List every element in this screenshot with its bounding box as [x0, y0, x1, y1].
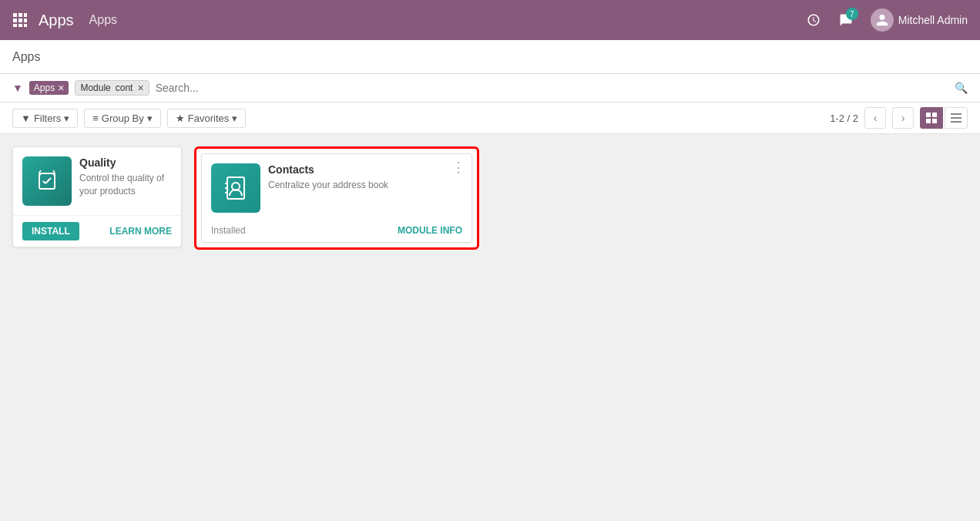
quality-app-icon [22, 156, 72, 206]
svg-rect-10 [932, 113, 937, 117]
breadcrumb-nav[interactable]: Apps [89, 13, 117, 27]
user-name: Mitchell Admin [898, 14, 968, 26]
contacts-app-card: Contacts Centralize your address book ⋮ … [201, 153, 472, 243]
chat-icon-btn[interactable]: 7 [832, 6, 860, 34]
quality-app-card: Quality Control the quality of your prod… [12, 146, 182, 247]
installed-badge: Installed [211, 225, 246, 236]
page-title: Apps [12, 50, 40, 64]
module-filter-close[interactable]: × [137, 82, 143, 93]
svg-line-17 [43, 181, 45, 183]
svg-rect-14 [951, 117, 962, 119]
favorites-button[interactable]: ★ Favorites ▾ [167, 109, 246, 128]
filters-button[interactable]: ▼ Filters ▾ [12, 109, 78, 128]
star-icon: ★ [176, 113, 185, 124]
contacts-card-body: Contacts Centralize your address book ⋮ [202, 154, 472, 219]
group-by-label: Group By [102, 113, 144, 124]
svg-rect-11 [926, 119, 931, 123]
contacts-app-info: Contacts Centralize your address book [268, 163, 462, 192]
user-avatar [871, 8, 894, 32]
module-label: Module [80, 82, 110, 93]
grid-view-button[interactable] [920, 107, 943, 129]
pagination: 1-2 / 2 [830, 113, 858, 124]
svg-rect-1 [18, 13, 22, 17]
module-info-button[interactable]: MODULE INFO [398, 225, 462, 236]
contacts-card-footer: Installed MODULE INFO [202, 219, 472, 242]
svg-rect-13 [951, 113, 962, 115]
filter-icon: ▼ [21, 113, 31, 124]
quality-install-button[interactable]: INSTALL [22, 222, 79, 240]
group-by-button[interactable]: ≡ Group By ▾ [84, 109, 161, 128]
view-toggle [920, 107, 968, 129]
contacts-app-description: Centralize your address book [268, 179, 462, 192]
topnav-right: 7 Mitchell Admin [800, 5, 974, 35]
filters-chevron: ▾ [64, 113, 69, 124]
quality-app-description: Control the quality of your products [79, 172, 172, 198]
page-next-button[interactable]: › [892, 107, 914, 129]
svg-rect-8 [24, 24, 27, 27]
svg-rect-6 [13, 24, 17, 27]
svg-rect-0 [13, 13, 17, 17]
app-title: Apps [39, 12, 74, 29]
quality-card-body: Quality Control the quality of your prod… [13, 147, 181, 215]
clock-icon-btn[interactable] [800, 6, 827, 34]
quality-learn-more-button[interactable]: LEARN MORE [109, 226, 172, 237]
svg-rect-7 [18, 24, 22, 27]
group-by-chevron: ▾ [147, 113, 153, 124]
grid-menu-icon[interactable] [6, 6, 34, 34]
contacts-app-icon [211, 163, 260, 213]
favorites-label: Favorites [188, 113, 229, 124]
filter-bar: ▼ Apps × Module cont × 🔍 [0, 74, 980, 103]
filter-funnel-icon: ▼ [12, 82, 23, 94]
search-end-icon[interactable]: 🔍 [955, 82, 968, 94]
filters-label: Filters [34, 113, 61, 124]
svg-rect-12 [932, 119, 937, 123]
apps-filter-label: Apps [34, 82, 55, 93]
svg-rect-5 [24, 18, 27, 22]
user-menu[interactable]: Mitchell Admin [864, 5, 974, 35]
apps-filter-close[interactable]: × [58, 82, 64, 93]
module-value: cont [116, 82, 133, 93]
main-content: Quality Control the quality of your prod… [0, 134, 980, 262]
svg-line-18 [45, 178, 51, 183]
topnav: Apps Apps 7 Mitchell Admin [0, 0, 980, 40]
contacts-more-icon[interactable]: ⋮ [451, 160, 465, 174]
svg-rect-4 [18, 18, 22, 22]
group-icon: ≡ [92, 113, 99, 124]
quality-app-name: Quality [79, 156, 172, 169]
quality-card-footer: INSTALL LEARN MORE [13, 215, 181, 247]
quality-app-info: Quality Control the quality of your prod… [79, 156, 172, 198]
list-view-button[interactable] [945, 107, 968, 129]
page-prev-button[interactable]: ‹ [864, 107, 886, 129]
search-input[interactable] [156, 82, 948, 94]
module-filter-tag[interactable]: Module cont × [75, 80, 149, 96]
svg-rect-3 [13, 18, 17, 22]
svg-rect-2 [24, 13, 27, 17]
pagination-text: 1-2 / 2 [830, 113, 858, 124]
svg-rect-15 [951, 121, 962, 123]
control-bar: ▼ Filters ▾ ≡ Group By ▾ ★ Favorites ▾ 1… [0, 103, 980, 134]
svg-rect-9 [926, 113, 931, 117]
breadcrumb-bar: Apps [0, 40, 980, 74]
contacts-highlight-box: Contacts Centralize your address book ⋮ … [194, 146, 479, 250]
notif-badge: 7 [846, 8, 858, 20]
favorites-chevron: ▾ [232, 113, 237, 124]
contacts-app-name: Contacts [268, 163, 462, 176]
apps-filter-tag[interactable]: Apps × [29, 81, 69, 95]
